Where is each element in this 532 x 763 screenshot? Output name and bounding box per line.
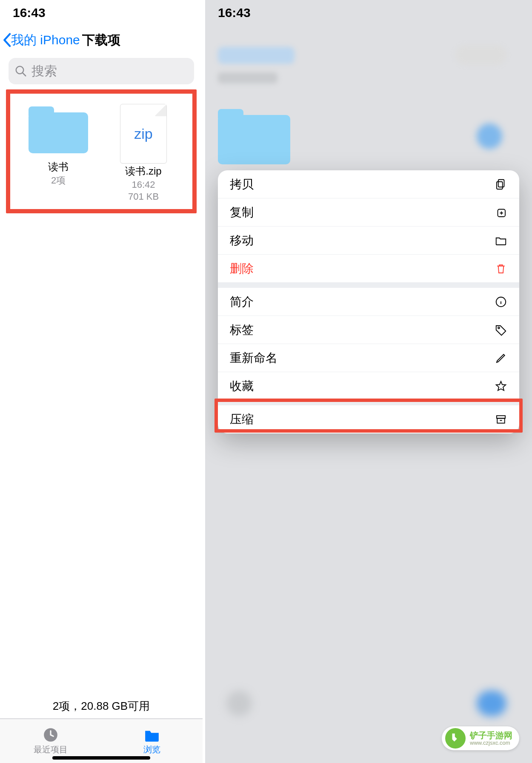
menu-label: 收藏 — [230, 378, 254, 394]
menu-favorite[interactable]: 收藏 — [218, 372, 519, 400]
status-time: 16:43 — [13, 6, 46, 20]
selected-folder-preview — [218, 106, 290, 170]
folder-item[interactable]: 读书 2项 — [22, 104, 94, 202]
home-indicator[interactable] — [52, 756, 150, 760]
menu-duplicate[interactable]: 复制 — [218, 198, 519, 227]
watermark-logo — [445, 728, 466, 749]
item-name: 读书.zip — [125, 164, 161, 178]
file-item[interactable]: zip 读书.zip 16:42 701 KB — [107, 104, 180, 202]
search-input[interactable]: 搜索 — [9, 58, 194, 84]
menu-label: 简介 — [230, 294, 254, 310]
menu-label: 复制 — [230, 204, 254, 221]
info-icon — [495, 295, 507, 308]
menu-label: 重新命名 — [230, 350, 277, 366]
archive-icon — [495, 413, 507, 426]
svg-line-1 — [23, 73, 26, 76]
menu-separator — [218, 400, 519, 405]
right-screenshot: 16:43 拷贝 复制 移动 删除 简介 — [205, 0, 532, 763]
zip-file-icon: zip — [120, 104, 167, 164]
status-bar: 16:43 — [205, 0, 532, 26]
menu-separator — [218, 283, 519, 288]
search-placeholder: 搜索 — [31, 63, 57, 80]
status-time: 16:43 — [218, 6, 251, 20]
folder-move-icon — [495, 234, 507, 247]
tab-label: 浏览 — [143, 744, 160, 755]
menu-label: 压缩 — [230, 411, 254, 427]
duplicate-icon — [495, 206, 507, 219]
trash-icon — [495, 262, 507, 275]
menu-label: 删除 — [230, 261, 254, 277]
menu-label: 移动 — [230, 232, 254, 249]
page-title: 下载项 — [0, 32, 203, 49]
shovel-icon — [449, 732, 462, 745]
star-icon — [495, 380, 507, 393]
tag-icon — [495, 324, 507, 336]
menu-move[interactable]: 移动 — [218, 227, 519, 255]
zip-label: zip — [134, 126, 152, 142]
folder-icon — [143, 727, 160, 743]
watermark-url: www.czjsxc.com — [470, 740, 512, 746]
highlight-box-left: 读书 2项 zip 读书.zip 16:42 701 KB — [6, 89, 197, 213]
menu-label: 拷贝 — [230, 176, 254, 192]
folder-icon — [29, 106, 88, 153]
search-icon — [14, 65, 27, 77]
menu-delete[interactable]: 删除 — [218, 255, 519, 283]
pencil-icon — [495, 352, 507, 364]
left-screenshot: 16:43 我的 iPhone 下载项 搜索 读书 2项 — [0, 0, 203, 763]
file-grid: 读书 2项 zip 读书.zip 16:42 701 KB — [14, 104, 189, 202]
copy-icon — [495, 178, 507, 191]
menu-info[interactable]: 简介 — [218, 288, 519, 316]
context-menu: 拷贝 复制 移动 删除 简介 标签 — [218, 170, 519, 433]
menu-compress[interactable]: 压缩 — [218, 405, 519, 433]
menu-label: 标签 — [230, 322, 254, 338]
status-bar: 16:43 — [0, 0, 203, 26]
storage-summary: 2项，20.88 GB可用 — [0, 699, 203, 714]
menu-copy[interactable]: 拷贝 — [218, 170, 519, 198]
clock-icon — [42, 727, 59, 743]
watermark: 铲子手游网 www.czjsxc.com — [442, 726, 519, 750]
item-name: 读书 — [48, 160, 69, 174]
menu-tags[interactable]: 标签 — [218, 316, 519, 344]
nav-bar: 我的 iPhone 下载项 — [0, 26, 203, 54]
svg-rect-4 — [497, 181, 503, 189]
item-meta: 2项 — [51, 175, 66, 186]
watermark-title: 铲子手游网 — [470, 731, 512, 740]
item-meta: 16:42 701 KB — [128, 179, 159, 202]
menu-rename[interactable]: 重新命名 — [218, 344, 519, 372]
tab-label: 最近项目 — [34, 744, 68, 755]
svg-point-7 — [498, 327, 500, 329]
svg-rect-3 — [498, 179, 504, 187]
